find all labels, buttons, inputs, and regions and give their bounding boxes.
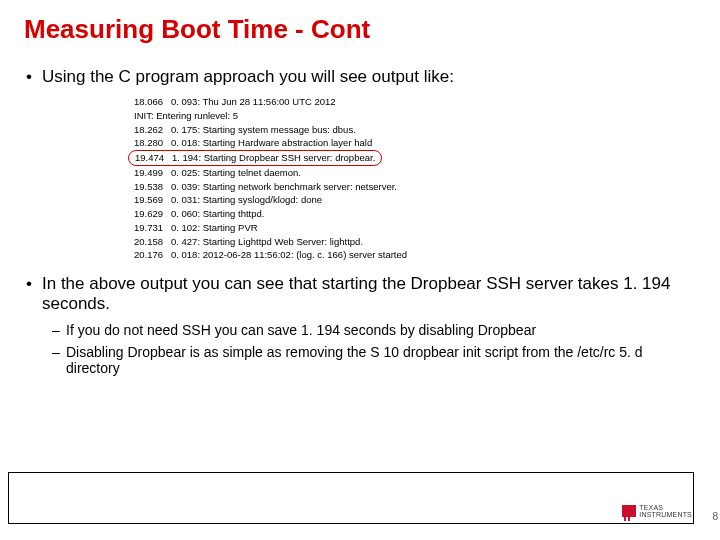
highlighted-line: 19.474 1. 194: Starting Dropbear SSH ser…: [128, 150, 382, 166]
summary-bullet: In the above output you can see that sta…: [30, 274, 696, 314]
output-line: 20.176 0. 018: 2012-06-28 11:56:02: (log…: [134, 248, 696, 262]
output-line: 19.731 0. 102: Starting PVR: [134, 221, 696, 235]
footer-box: [8, 472, 694, 524]
output-line: 19.538 0. 039: Starting network benchmar…: [134, 180, 696, 194]
ti-logo: TEXAS INSTRUMENTS: [622, 504, 692, 518]
ti-chip-icon: [622, 505, 636, 517]
page-title: Measuring Boot Time - Cont: [24, 14, 696, 45]
output-line: INIT: Entering runlevel: 5: [134, 109, 696, 123]
logo-text-top: TEXAS: [639, 504, 692, 511]
page-number: 8: [712, 511, 718, 522]
output-line: 19.569 0. 031: Starting syslogd/klogd: d…: [134, 193, 696, 207]
output-line: 19.499 0. 025: Starting telnet daemon.: [134, 166, 696, 180]
output-line: 18.262 0. 175: Starting system message b…: [134, 123, 696, 137]
logo-text-bottom: INSTRUMENTS: [639, 511, 692, 518]
output-line: 20.158 0. 427: Starting Lighttpd Web Ser…: [134, 235, 696, 249]
intro-bullet: Using the C program approach you will se…: [30, 67, 696, 87]
output-line: 18.066 0. 093: Thu Jun 28 11:56:00 UTC 2…: [134, 95, 696, 109]
output-line: 19.474 1. 194: Starting Dropbear SSH ser…: [134, 150, 696, 166]
sub-bullet: If you do not need SSH you can save 1. 1…: [52, 322, 696, 338]
output-line: 18.280 0. 018: Starting Hardware abstrac…: [134, 136, 696, 150]
sub-bullet: Disabling Dropbear is as simple as remov…: [52, 344, 696, 376]
output-line: 19.629 0. 060: Starting thttpd.: [134, 207, 696, 221]
boot-output: 18.066 0. 093: Thu Jun 28 11:56:00 UTC 2…: [134, 95, 696, 262]
